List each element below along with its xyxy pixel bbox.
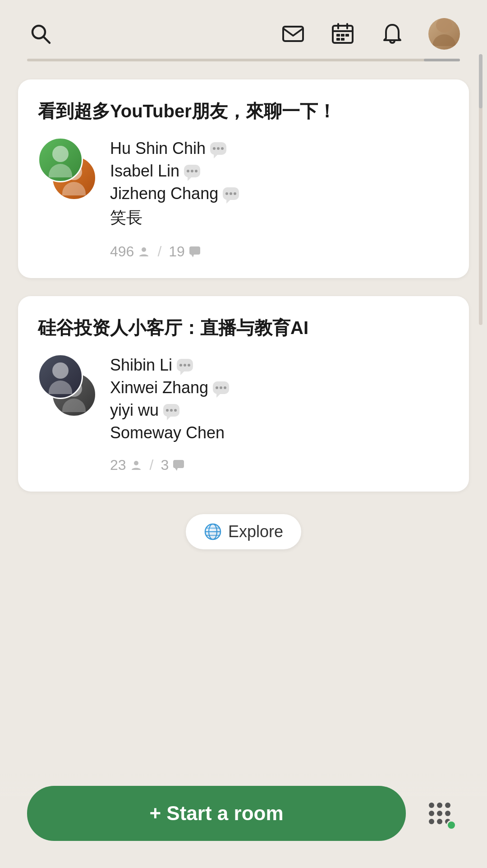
- speaker-item: Jizheng Chang: [110, 184, 449, 203]
- speaking-bubble-icon: [210, 142, 226, 155]
- speaker-name: Shibin Li: [110, 356, 172, 375]
- room-1-body: Hu Shin Chih Isabel Lin Jizheng Chang: [38, 137, 449, 260]
- header: [0, 0, 487, 59]
- participant-count: 23: [110, 457, 126, 473]
- comment-count: 19: [169, 243, 185, 260]
- svg-rect-8: [341, 34, 345, 37]
- speaking-bubble-icon: [184, 165, 200, 177]
- header-left-icons: [27, 20, 54, 47]
- calendar-button[interactable]: [329, 20, 356, 47]
- menu-dot: [429, 811, 434, 816]
- comment-icon: [188, 246, 201, 258]
- speaker-name: Isabel Lin: [110, 162, 179, 181]
- speaker-item: Shibin Li: [110, 356, 449, 375]
- comment-stat: 3: [161, 457, 185, 473]
- svg-rect-2: [283, 27, 303, 41]
- menu-dot: [445, 803, 450, 808]
- speaker-item: Hu Shin Chih: [110, 139, 449, 158]
- svg-point-23: [205, 524, 221, 539]
- menu-dot: [437, 803, 442, 808]
- start-room-label: + Start a room: [149, 802, 283, 825]
- speaker-item: 笑長: [110, 207, 449, 229]
- user-avatar[interactable]: [428, 18, 460, 50]
- room-2-title: 硅谷投资人小客厅：直播与教育AI: [38, 316, 449, 339]
- speaker-item: Xinwei Zhang: [110, 378, 449, 397]
- svg-marker-14: [191, 255, 194, 257]
- speaker-name: Hu Shin Chih: [110, 139, 206, 158]
- room-2-speakers: Shibin Li Xinwei Zhang yiyi wu: [110, 354, 449, 473]
- scrollbar-thumb: [479, 54, 482, 108]
- room-card-1[interactable]: 看到超多YouTuber朋友，來聊一下！: [18, 79, 469, 278]
- bottom-bar: + Start a room: [0, 772, 487, 868]
- svg-line-1: [43, 37, 50, 43]
- room-1-avatar-1: [38, 137, 83, 182]
- room-2-avatar-stack: [38, 354, 96, 417]
- menu-dot: [445, 811, 450, 816]
- menu-dot: [429, 803, 434, 808]
- stat-divider: /: [157, 243, 161, 260]
- speaker-item: Someway Chen: [110, 423, 449, 442]
- globe-icon: [204, 523, 222, 541]
- page-scrollbar[interactable]: [479, 54, 482, 325]
- scroll-indicator: [27, 59, 460, 61]
- main-content: 看到超多YouTuber朋友，來聊一下！: [0, 75, 487, 567]
- svg-point-15: [134, 461, 138, 465]
- comment-count: 3: [161, 457, 169, 473]
- speaker-name: Jizheng Chang: [110, 184, 218, 203]
- room-1-speakers: Hu Shin Chih Isabel Lin Jizheng Chang: [110, 137, 449, 260]
- stat-divider: /: [150, 457, 154, 473]
- bell-button[interactable]: [379, 20, 406, 47]
- speaking-bubble-icon: [223, 187, 239, 200]
- menu-dot: [429, 819, 434, 824]
- comment-icon: [172, 459, 185, 472]
- header-right-icons: [280, 18, 460, 50]
- dots-row: [429, 803, 450, 808]
- search-button[interactable]: [27, 20, 54, 47]
- speaker-name: 笑長: [110, 207, 142, 229]
- speaking-bubble-icon: [163, 404, 179, 417]
- comment-stat: 19: [169, 243, 201, 260]
- svg-rect-10: [336, 38, 340, 41]
- mail-button[interactable]: [280, 20, 307, 47]
- person-icon: [130, 459, 142, 472]
- svg-rect-7: [336, 34, 340, 37]
- explore-button[interactable]: Explore: [186, 514, 301, 549]
- svg-rect-9: [345, 34, 349, 37]
- speaker-name: yiyi wu: [110, 401, 159, 420]
- speaker-item: Isabel Lin: [110, 162, 449, 181]
- participant-count: 496: [110, 243, 134, 260]
- speaker-name: Someway Chen: [110, 423, 225, 442]
- menu-dot: [437, 819, 442, 824]
- person-icon: [138, 246, 150, 258]
- speaker-item: yiyi wu: [110, 401, 449, 420]
- dots-menu-button[interactable]: [419, 793, 460, 834]
- svg-marker-17: [175, 468, 178, 471]
- room-2-body: Shibin Li Xinwei Zhang yiyi wu: [38, 354, 449, 473]
- speaker-name: Xinwei Zhang: [110, 378, 208, 397]
- room-2-stats: 23 / 3: [110, 455, 449, 473]
- start-room-button[interactable]: + Start a room: [27, 786, 406, 841]
- participant-stat: 23: [110, 457, 142, 473]
- room-1-avatar-stack: [38, 137, 96, 200]
- svg-rect-16: [173, 460, 184, 468]
- speaking-bubble-icon: [177, 359, 193, 371]
- svg-point-12: [142, 247, 146, 252]
- room-2-avatar-1: [38, 354, 83, 399]
- speaking-bubble-icon: [213, 381, 229, 394]
- room-1-stats: 496 / 19: [110, 241, 449, 260]
- explore-section: Explore: [18, 514, 469, 549]
- explore-label: Explore: [228, 522, 283, 541]
- online-indicator: [446, 820, 456, 830]
- room-1-title: 看到超多YouTuber朋友，來聊一下！: [38, 99, 449, 123]
- svg-rect-13: [189, 246, 200, 255]
- dots-row: [429, 811, 450, 816]
- menu-dot: [437, 811, 442, 816]
- room-card-2[interactable]: 硅谷投资人小客厅：直播与教育AI: [18, 296, 469, 492]
- svg-rect-11: [341, 38, 345, 41]
- participant-stat: 496: [110, 243, 150, 260]
